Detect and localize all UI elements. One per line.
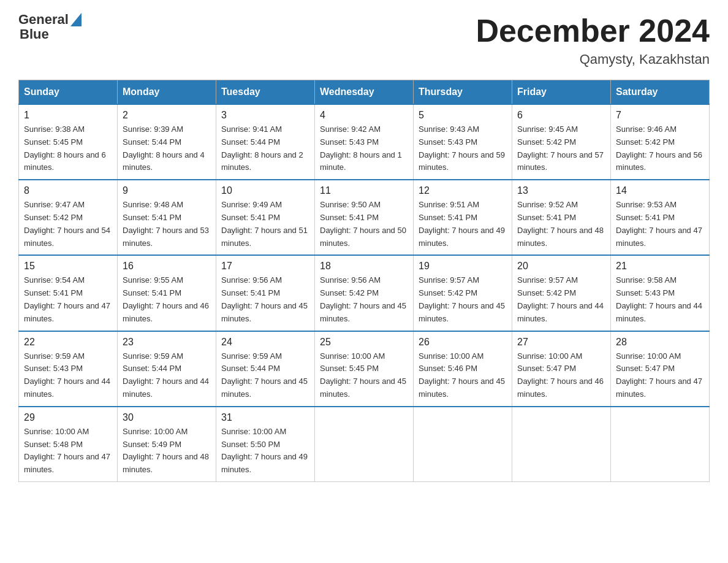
day-number: 31 <box>221 412 309 423</box>
day-info: Sunrise: 9:59 AMSunset: 5:43 PMDaylight:… <box>24 350 112 401</box>
day-number: 1 <box>24 110 112 121</box>
col-header-sunday: Sunday <box>19 80 118 105</box>
calendar-table: SundayMondayTuesdayWednesdayThursdayFrid… <box>18 80 710 482</box>
day-number: 21 <box>616 261 704 272</box>
day-info: Sunrise: 9:54 AMSunset: 5:41 PMDaylight:… <box>24 274 112 325</box>
day-info: Sunrise: 9:50 AMSunset: 5:41 PMDaylight:… <box>320 199 408 250</box>
subtitle: Qamysty, Kazakhstan <box>476 52 710 67</box>
logo-blue: Blue <box>20 27 49 42</box>
calendar-cell: 20Sunrise: 9:57 AMSunset: 5:42 PMDayligh… <box>512 255 611 331</box>
calendar-cell <box>315 407 414 482</box>
calendar-cell: 10Sunrise: 9:49 AMSunset: 5:41 PMDayligh… <box>216 180 315 255</box>
calendar-cell: 15Sunrise: 9:54 AMSunset: 5:41 PMDayligh… <box>19 255 118 331</box>
calendar-cell: 6Sunrise: 9:45 AMSunset: 5:42 PMDaylight… <box>512 104 611 180</box>
calendar-cell: 26Sunrise: 10:00 AMSunset: 5:46 PMDaylig… <box>414 331 512 407</box>
day-number: 18 <box>320 261 408 272</box>
logo-arrow-icon <box>70 13 82 26</box>
day-number: 2 <box>123 110 211 121</box>
calendar-header-row: SundayMondayTuesdayWednesdayThursdayFrid… <box>19 80 710 105</box>
day-number: 29 <box>24 412 112 423</box>
calendar-cell: 2Sunrise: 9:39 AMSunset: 5:44 PMDaylight… <box>118 104 216 180</box>
col-header-friday: Friday <box>512 80 611 105</box>
day-info: Sunrise: 10:00 AMSunset: 5:45 PMDaylight… <box>320 350 408 401</box>
day-info: Sunrise: 9:39 AMSunset: 5:44 PMDaylight:… <box>123 123 211 174</box>
day-number: 19 <box>419 261 507 272</box>
day-info: Sunrise: 9:57 AMSunset: 5:42 PMDaylight:… <box>517 274 605 325</box>
logo-general: General <box>18 12 69 27</box>
day-info: Sunrise: 9:58 AMSunset: 5:43 PMDaylight:… <box>616 274 704 325</box>
day-info: Sunrise: 9:49 AMSunset: 5:41 PMDaylight:… <box>221 199 309 250</box>
day-number: 13 <box>517 185 605 196</box>
col-header-tuesday: Tuesday <box>216 80 315 105</box>
day-number: 28 <box>616 337 704 348</box>
calendar-cell: 8Sunrise: 9:47 AMSunset: 5:42 PMDaylight… <box>19 180 118 255</box>
week-row-2: 8Sunrise: 9:47 AMSunset: 5:42 PMDaylight… <box>19 180 710 255</box>
week-row-5: 29Sunrise: 10:00 AMSunset: 5:48 PMDaylig… <box>19 407 710 482</box>
calendar-cell: 29Sunrise: 10:00 AMSunset: 5:48 PMDaylig… <box>19 407 118 482</box>
day-number: 24 <box>221 337 309 348</box>
day-number: 27 <box>517 337 605 348</box>
day-number: 26 <box>419 337 507 348</box>
calendar-cell: 3Sunrise: 9:41 AMSunset: 5:44 PMDaylight… <box>216 104 315 180</box>
day-number: 7 <box>616 110 704 121</box>
calendar-cell: 13Sunrise: 9:52 AMSunset: 5:41 PMDayligh… <box>512 180 611 255</box>
calendar-cell: 4Sunrise: 9:42 AMSunset: 5:43 PMDaylight… <box>315 104 414 180</box>
calendar-cell: 28Sunrise: 10:00 AMSunset: 5:47 PMDaylig… <box>611 331 710 407</box>
col-header-thursday: Thursday <box>414 80 512 105</box>
header: General Blue December 2024 Qamysty, Kaza… <box>18 12 710 67</box>
day-number: 10 <box>221 185 309 196</box>
title-area: December 2024 Qamysty, Kazakhstan <box>476 12 710 67</box>
day-info: Sunrise: 10:00 AMSunset: 5:46 PMDaylight… <box>419 350 507 401</box>
col-header-wednesday: Wednesday <box>315 80 414 105</box>
day-info: Sunrise: 9:56 AMSunset: 5:41 PMDaylight:… <box>221 274 309 325</box>
calendar-cell: 14Sunrise: 9:53 AMSunset: 5:41 PMDayligh… <box>611 180 710 255</box>
calendar-cell: 25Sunrise: 10:00 AMSunset: 5:45 PMDaylig… <box>315 331 414 407</box>
day-info: Sunrise: 9:45 AMSunset: 5:42 PMDaylight:… <box>517 123 605 174</box>
calendar-cell: 5Sunrise: 9:43 AMSunset: 5:43 PMDaylight… <box>414 104 512 180</box>
day-info: Sunrise: 9:46 AMSunset: 5:42 PMDaylight:… <box>616 123 704 174</box>
svg-marker-0 <box>70 13 82 26</box>
day-number: 20 <box>517 261 605 272</box>
day-number: 14 <box>616 185 704 196</box>
col-header-saturday: Saturday <box>611 80 710 105</box>
calendar-cell: 31Sunrise: 10:00 AMSunset: 5:50 PMDaylig… <box>216 407 315 482</box>
day-info: Sunrise: 10:00 AMSunset: 5:50 PMDaylight… <box>221 426 309 477</box>
calendar-cell: 7Sunrise: 9:46 AMSunset: 5:42 PMDaylight… <box>611 104 710 180</box>
week-row-1: 1Sunrise: 9:38 AMSunset: 5:45 PMDaylight… <box>19 104 710 180</box>
calendar-cell: 16Sunrise: 9:55 AMSunset: 5:41 PMDayligh… <box>118 255 216 331</box>
day-info: Sunrise: 9:53 AMSunset: 5:41 PMDaylight:… <box>616 199 704 250</box>
day-info: Sunrise: 9:38 AMSunset: 5:45 PMDaylight:… <box>24 123 112 174</box>
day-info: Sunrise: 9:59 AMSunset: 5:44 PMDaylight:… <box>221 350 309 401</box>
logo: General Blue <box>18 12 82 42</box>
calendar-cell: 30Sunrise: 10:00 AMSunset: 5:49 PMDaylig… <box>118 407 216 482</box>
day-info: Sunrise: 9:43 AMSunset: 5:43 PMDaylight:… <box>419 123 507 174</box>
day-number: 9 <box>123 185 211 196</box>
day-info: Sunrise: 9:52 AMSunset: 5:41 PMDaylight:… <box>517 199 605 250</box>
day-number: 15 <box>24 261 112 272</box>
day-info: Sunrise: 10:00 AMSunset: 5:47 PMDaylight… <box>616 350 704 401</box>
day-number: 6 <box>517 110 605 121</box>
calendar-cell: 22Sunrise: 9:59 AMSunset: 5:43 PMDayligh… <box>19 331 118 407</box>
week-row-3: 15Sunrise: 9:54 AMSunset: 5:41 PMDayligh… <box>19 255 710 331</box>
day-info: Sunrise: 10:00 AMSunset: 5:48 PMDaylight… <box>24 426 112 477</box>
day-number: 23 <box>123 337 211 348</box>
calendar-cell <box>512 407 611 482</box>
day-info: Sunrise: 9:59 AMSunset: 5:44 PMDaylight:… <box>123 350 211 401</box>
calendar-cell: 18Sunrise: 9:56 AMSunset: 5:42 PMDayligh… <box>315 255 414 331</box>
main-title: December 2024 <box>476 12 710 49</box>
week-row-4: 22Sunrise: 9:59 AMSunset: 5:43 PMDayligh… <box>19 331 710 407</box>
day-info: Sunrise: 10:00 AMSunset: 5:47 PMDaylight… <box>517 350 605 401</box>
day-info: Sunrise: 9:41 AMSunset: 5:44 PMDaylight:… <box>221 123 309 174</box>
day-info: Sunrise: 9:55 AMSunset: 5:41 PMDaylight:… <box>123 274 211 325</box>
col-header-monday: Monday <box>118 80 216 105</box>
day-number: 11 <box>320 185 408 196</box>
day-number: 5 <box>419 110 507 121</box>
day-number: 4 <box>320 110 408 121</box>
day-info: Sunrise: 9:42 AMSunset: 5:43 PMDaylight:… <box>320 123 408 174</box>
day-info: Sunrise: 9:48 AMSunset: 5:41 PMDaylight:… <box>123 199 211 250</box>
day-number: 3 <box>221 110 309 121</box>
calendar-cell: 11Sunrise: 9:50 AMSunset: 5:41 PMDayligh… <box>315 180 414 255</box>
day-info: Sunrise: 9:57 AMSunset: 5:42 PMDaylight:… <box>419 274 507 325</box>
calendar-cell: 27Sunrise: 10:00 AMSunset: 5:47 PMDaylig… <box>512 331 611 407</box>
calendar-cell: 9Sunrise: 9:48 AMSunset: 5:41 PMDaylight… <box>118 180 216 255</box>
